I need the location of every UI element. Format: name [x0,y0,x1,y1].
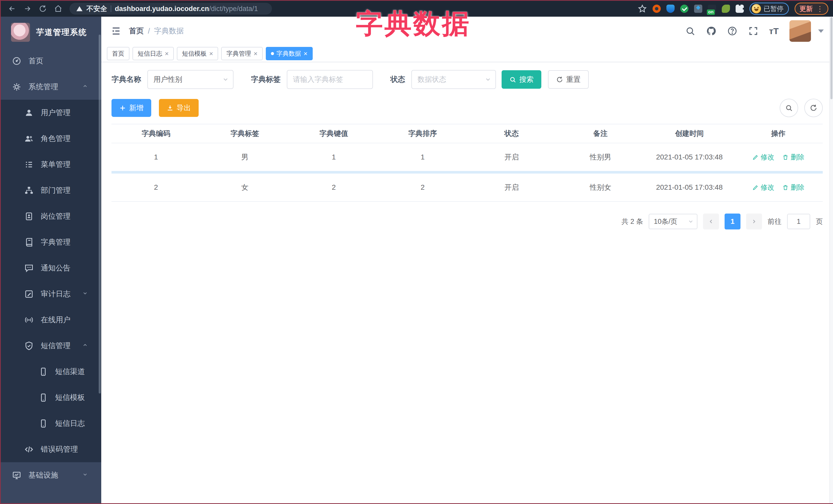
font-size-icon[interactable]: ᴛT [769,26,779,36]
sidebar-item-label: 首页 [28,56,43,66]
status-select[interactable]: 数据状态 [411,70,496,89]
extension-icon[interactable] [680,5,688,13]
sidebar-item[interactable]: 角色管理 [1,126,101,151]
security-label[interactable]: 不安全 [86,4,107,13]
extensions-puzzle-icon[interactable] [736,5,744,13]
menu-list-icon [24,160,33,169]
profile-paused-badge[interactable]: 已暂停 [749,3,789,15]
breadcrumb-current: 字典数据 [154,26,184,36]
close-icon[interactable]: × [254,50,257,57]
sidebar-item[interactable]: 字典管理 [1,229,101,255]
sidebar-item[interactable]: 短信管理 [1,333,101,359]
search-icon[interactable] [685,26,695,36]
user-avatar[interactable] [789,20,811,42]
extension-icon[interactable] [652,5,661,13]
current-page[interactable]: 1 [724,214,740,230]
page-size-select[interactable]: 10条/页 [649,214,697,229]
divider [111,5,111,12]
sidebar-item[interactable]: 错误码管理 [1,436,101,462]
sidebar-scrollbar[interactable] [99,34,101,393]
close-icon[interactable]: × [209,50,213,57]
cell-remark: 性别女 [556,183,645,192]
forward-icon[interactable] [21,3,34,15]
close-icon[interactable]: × [165,50,169,57]
edit-icon [752,154,759,161]
scrollbar-thumb[interactable] [830,17,832,99]
sidebar-item[interactable]: 岗位管理 [1,203,101,229]
sidebar-item[interactable]: 菜单管理 [1,151,101,177]
bookmark-star-icon[interactable] [638,4,647,13]
breadcrumb-home[interactable]: 首页 [129,26,144,36]
reset-button[interactable]: 重置 [548,70,589,89]
dashboard-icon [12,56,21,66]
cell-code: 2 [112,183,200,192]
table-row[interactable]: 1男11开启性别男2021-01-05 17:03:48修改删除 [112,143,823,171]
goto-page-input[interactable]: 1 [787,214,810,229]
tab[interactable]: 字典管理× [221,47,262,60]
add-button[interactable]: 新增 [112,99,151,117]
extension-icon[interactable] [722,5,730,13]
reload-icon[interactable] [36,3,49,15]
url-path: /dict/type/data/1 [209,5,258,13]
sidebar-item[interactable]: 在线用户 [1,307,101,333]
sidebar-item[interactable]: 首页 [1,48,101,74]
toggle-search-button[interactable] [780,99,798,117]
tab[interactable]: 短信模板× [177,47,218,60]
search-button[interactable]: 搜索 [502,70,541,89]
delete-icon [782,154,789,161]
table-row[interactable]: 2女22开启性别女2021-01-05 17:03:48修改删除 [112,173,823,202]
sidebar-item-label: 岗位管理 [41,211,70,221]
column-header: 操作 [734,129,823,139]
sidebar-item[interactable]: 系统管理 [1,74,101,100]
dict-data-table: 字典编码字典标签字典键值字典排序状态备注创建时间操作 1男11开启性别男2021… [112,124,823,202]
chrome-update-button[interactable]: 更新 ⋮ [794,3,828,15]
active-tab-dot [271,52,274,55]
on-badge: on [707,9,715,15]
delete-link[interactable]: 删除 [782,152,805,162]
edit-link[interactable]: 修改 [752,152,775,162]
sidebar-item[interactable]: 基础设施 [1,462,101,488]
page-scrollbar[interactable] [829,17,833,504]
column-header: 创建时间 [645,129,734,139]
cell-label: 男 [200,152,289,162]
tabs-bar: 首页短信日志×短信模板×字典管理×字典数据× [101,45,833,62]
sidebar-item[interactable]: 部门管理 [1,177,101,203]
chevron-down-icon[interactable] [818,29,824,33]
delete-icon [782,184,789,191]
refresh-button[interactable] [804,99,823,117]
close-icon[interactable]: × [304,50,308,57]
sidebar-item[interactable]: 短信模板 [1,385,101,410]
back-icon[interactable] [5,3,19,15]
github-icon[interactable] [706,26,716,36]
help-icon[interactable] [727,26,737,36]
dict-name-select[interactable]: 用户性别 [147,70,234,89]
next-page-button[interactable] [746,214,762,230]
extension-icon[interactable]: on [708,5,716,13]
export-button[interactable]: 导出 [159,99,199,117]
sidebar-item[interactable]: 用户管理 [1,100,101,126]
browser-menu-icon[interactable]: ⋮ [816,5,824,13]
dict-label-input[interactable]: 请输入字典标签 [287,70,373,89]
sidebar-logo-row[interactable]: 芋道管理系统 [1,17,101,48]
total-count: 共 2 条 [622,217,643,226]
prev-page-button[interactable] [703,214,719,230]
tab[interactable]: 字典数据× [266,47,313,60]
sidebar-item[interactable]: 审计日志 [1,281,101,307]
home-icon[interactable] [51,3,65,15]
sidebar-item[interactable]: 短信渠道 [1,359,101,385]
extension-icon[interactable] [666,5,674,13]
sidebar-item[interactable]: 短信日志 [1,410,101,436]
fullscreen-icon[interactable] [748,26,758,36]
address-bar[interactable]: 不安全 dashboard.yudao.iocoder.cn/dict/type… [69,3,272,15]
dict-name-label: 字典名称 [112,74,141,85]
tab[interactable]: 首页 [107,47,129,60]
extension-icon[interactable] [694,5,702,13]
sidebar-menu: 首页系统管理用户管理角色管理菜单管理部门管理岗位管理字典管理通知公告审计日志在线… [1,48,101,488]
edit-link-label: 修改 [761,183,775,192]
sidebar-item[interactable]: 通知公告 [1,255,101,281]
edit-link[interactable]: 修改 [752,183,775,192]
column-header: 备注 [556,129,645,139]
tab[interactable]: 短信日志× [133,47,174,60]
sidebar-collapse-icon[interactable] [111,26,122,36]
delete-link[interactable]: 删除 [782,183,805,192]
